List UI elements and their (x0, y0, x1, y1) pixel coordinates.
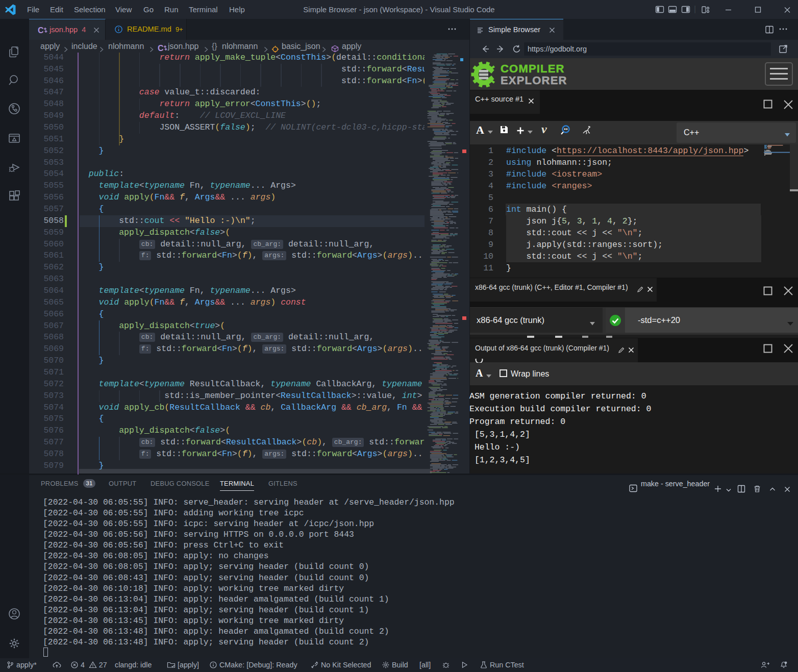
svg-text:C: C (38, 26, 44, 35)
svg-text:C: C (158, 44, 164, 53)
